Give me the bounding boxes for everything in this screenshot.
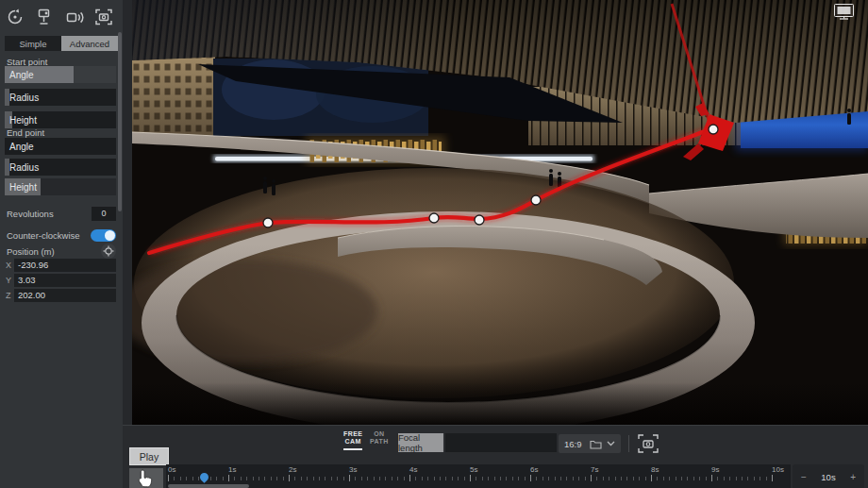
timeline-minor-tick [361, 477, 362, 480]
end-radius-field[interactable]: Radius [5, 159, 116, 176]
timeline-minor-tick [210, 477, 211, 480]
timeline-major-tick [711, 475, 712, 481]
timeline-minor-tick [578, 477, 579, 480]
timeline-minor-tick [452, 477, 453, 480]
axis-label: Y [6, 276, 14, 285]
timeline-minor-tick [585, 477, 586, 480]
timeline-minor-tick [422, 477, 423, 480]
timeline-minor-tick [313, 477, 314, 480]
timeline-minor-tick [415, 477, 416, 480]
free-cam-toggle[interactable]: FREE CAM [343, 430, 362, 450]
timeline-minor-tick [476, 477, 476, 480]
aspect-ratio-dropdown[interactable]: 16:9 [559, 434, 621, 453]
timeline-minor-tick [488, 477, 489, 480]
duration-increase-button[interactable]: + [850, 472, 856, 482]
position-x-row: X -230.96 [6, 259, 116, 272]
playhead[interactable] [199, 471, 211, 483]
timeline-minor-tick [186, 477, 187, 480]
timeline-minor-tick [669, 477, 670, 480]
timeline-minor-tick [663, 477, 664, 480]
camera-stand-icon[interactable] [33, 6, 56, 28]
position-y-input[interactable]: 3.03 [14, 274, 116, 287]
timeline-minor-tick [259, 477, 259, 480]
field-label: Angle [9, 142, 34, 152]
timeline-minor-tick [766, 477, 767, 480]
timeline-minor-tick [343, 477, 344, 480]
position-z-input[interactable]: 202.00 [14, 289, 116, 302]
duration-value: 10s [821, 472, 835, 482]
focal-length-field[interactable] [445, 433, 557, 452]
timeline-minor-tick [180, 477, 181, 480]
keyframe-node[interactable] [531, 195, 541, 205]
timeline-ruler[interactable]: 0s1s2s3s4s5s6s7s8s9s10s [166, 464, 791, 488]
keyframe-node[interactable] [709, 125, 718, 134]
position-x-input[interactable]: -230.96 [14, 259, 116, 272]
timeline-minor-tick [724, 477, 725, 480]
timeline-tick-label: 3s [349, 465, 357, 474]
focal-length-button[interactable]: Focal length [398, 433, 443, 452]
timeline-minor-tick [253, 477, 254, 480]
timeline-minor-tick [307, 477, 308, 480]
timeline-minor-tick [464, 477, 465, 480]
position-z-row: Z 202.00 [6, 289, 116, 302]
timeline-minor-tick [548, 477, 549, 480]
timeline-minor-tick [392, 477, 392, 480]
3d-viewport[interactable] [132, 0, 868, 425]
camera-signal-icon[interactable] [63, 6, 86, 28]
timeline-minor-tick [276, 477, 277, 480]
timeline-minor-tick [234, 477, 235, 480]
timeline-minor-tick [500, 477, 501, 480]
timeline-major-tick [228, 475, 229, 481]
timeline-tick-label: 1s [228, 465, 236, 474]
timeline-major-tick [591, 475, 592, 481]
camera-capture-icon[interactable] [92, 6, 115, 28]
timeline-minor-tick [283, 477, 284, 480]
orbit-icon[interactable] [4, 6, 26, 28]
field-label: Angle [9, 70, 34, 80]
timeline-tick-label: 6s [530, 465, 538, 474]
counter-clockwise-toggle[interactable] [91, 229, 116, 242]
timeline-minor-tick [379, 477, 380, 480]
timeline-minor-tick [645, 477, 646, 480]
timeline-minor-tick [482, 477, 483, 480]
timeline-mode-button[interactable] [129, 468, 163, 488]
timeline-tick-label: 5s [470, 465, 477, 474]
tab-simple[interactable]: Simple [5, 36, 61, 51]
end-angle-field[interactable]: Angle [5, 138, 116, 155]
keyframe-node[interactable] [429, 213, 439, 223]
fullscreen-monitor-icon[interactable] [835, 5, 854, 20]
start-height-field[interactable]: Height [5, 111, 116, 128]
timeline-minor-tick [699, 477, 700, 480]
timeline-minor-tick [294, 477, 295, 480]
axis-label: Z [6, 291, 14, 300]
timeline-minor-tick [687, 477, 688, 480]
timeline-minor-tick [693, 477, 694, 480]
timeline-minor-tick [223, 477, 224, 480]
end-height-field[interactable]: Height [5, 178, 116, 195]
position-target-button[interactable] [101, 244, 116, 259]
on-path-toggle[interactable]: ON PATH [370, 430, 389, 446]
timeline-scrollbar[interactable] [168, 484, 249, 488]
timeline-minor-tick [404, 477, 405, 480]
timeline-minor-tick [560, 477, 561, 480]
timeline-minor-tick [246, 477, 247, 480]
timeline-minor-tick [494, 477, 495, 480]
timeline-minor-tick [174, 477, 175, 480]
tab-advanced[interactable]: Advanced [61, 36, 118, 51]
sidebar-scrollbar[interactable] [118, 32, 122, 211]
keyframe-node[interactable] [263, 218, 273, 227]
timeline-minor-tick [717, 477, 718, 480]
aspect-ratio-value: 16:9 [564, 439, 585, 449]
revolutions-input[interactable]: 0 [92, 207, 116, 221]
start-angle-field[interactable]: Angle [5, 66, 116, 83]
duration-decrease-button[interactable]: − [801, 472, 807, 482]
play-button[interactable]: Play [129, 447, 169, 465]
timeline-minor-tick [555, 477, 556, 480]
timeline-major-tick [772, 475, 773, 481]
field-label: Radius [9, 93, 39, 103]
start-radius-field[interactable]: Radius [5, 89, 116, 106]
keyframe-node[interactable] [475, 215, 484, 225]
capture-frame-button[interactable] [637, 433, 659, 454]
folder-icon [590, 439, 602, 449]
timeline-minor-tick [506, 477, 507, 480]
